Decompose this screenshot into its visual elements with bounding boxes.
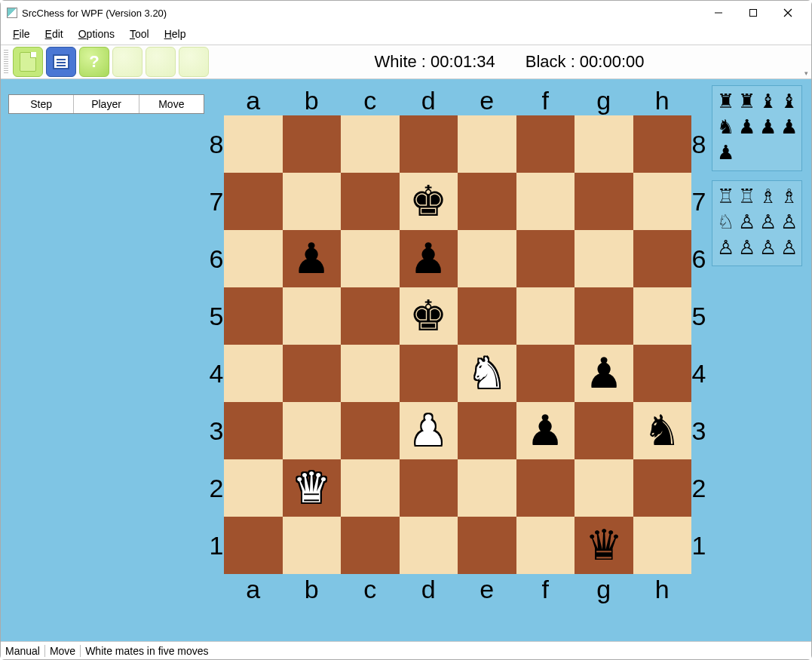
square-d3[interactable]: ♟ <box>400 402 458 459</box>
square-a1[interactable] <box>224 517 283 574</box>
square-f1[interactable] <box>516 517 575 574</box>
piece-wN-e4[interactable]: ♞ <box>468 352 506 394</box>
menu-file[interactable]: File <box>7 26 36 41</box>
square-h1[interactable] <box>633 517 692 574</box>
square-e8[interactable] <box>458 115 516 173</box>
square-b2[interactable]: ♛ <box>283 459 342 517</box>
square-e3[interactable] <box>458 402 516 459</box>
square-g2[interactable] <box>575 459 633 517</box>
square-h4[interactable] <box>633 345 692 402</box>
captured-piece: ♜ <box>715 89 735 113</box>
maximize-button[interactable] <box>736 2 771 24</box>
square-d6[interactable]: ♟ <box>400 230 458 287</box>
square-h7[interactable] <box>633 173 692 230</box>
move-list-col-player[interactable]: Player <box>74 95 139 113</box>
rank-label-8-left: 8 <box>209 115 224 173</box>
piece-bP-d6[interactable]: ♟ <box>409 238 447 280</box>
square-e2[interactable] <box>458 459 516 517</box>
piece-wP-d3[interactable]: ♟ <box>409 410 447 452</box>
square-d4[interactable] <box>400 345 458 402</box>
square-f4[interactable] <box>516 345 575 402</box>
square-a2[interactable] <box>224 459 283 517</box>
menu-options[interactable]: Options <box>72 26 121 41</box>
square-d2[interactable] <box>400 459 458 517</box>
square-c5[interactable] <box>341 287 400 345</box>
square-h3[interactable]: ♞ <box>633 402 692 459</box>
square-d5[interactable]: ♚ <box>400 287 458 345</box>
piece-bP-g4[interactable]: ♟ <box>585 352 623 394</box>
square-e7[interactable] <box>458 173 516 230</box>
toolbar-button-4[interactable] <box>112 47 142 77</box>
square-b3[interactable] <box>283 402 342 459</box>
square-d8[interactable] <box>400 115 458 173</box>
status-section: Move <box>50 645 75 657</box>
piece-bK-d7[interactable]: ♚ <box>409 180 447 223</box>
square-f3[interactable]: ♟ <box>516 402 575 459</box>
square-a6[interactable] <box>224 230 283 287</box>
piece-bP-f3[interactable]: ♟ <box>526 410 564 452</box>
square-g4[interactable]: ♟ <box>575 345 633 402</box>
square-g8[interactable] <box>575 115 633 173</box>
square-b5[interactable] <box>283 287 342 345</box>
piece-bP-b6[interactable]: ♟ <box>293 238 330 280</box>
hint-button[interactable]: ? <box>79 47 109 77</box>
toolbar-button-6[interactable] <box>179 47 209 77</box>
square-c4[interactable] <box>341 345 400 402</box>
move-list-col-move[interactable]: Move <box>139 95 204 113</box>
square-c1[interactable] <box>341 517 400 574</box>
piece-bN-h3[interactable]: ♞ <box>643 410 681 452</box>
square-g3[interactable] <box>575 402 633 459</box>
square-b6[interactable]: ♟ <box>283 230 342 287</box>
open-game-button[interactable] <box>46 47 76 77</box>
square-f6[interactable] <box>516 230 575 287</box>
file-label-c: c <box>341 574 400 604</box>
new-game-button[interactable] <box>13 47 43 77</box>
square-a5[interactable] <box>224 287 283 345</box>
square-g7[interactable] <box>575 173 633 230</box>
square-a3[interactable] <box>224 402 283 459</box>
menu-help[interactable]: Help <box>158 26 192 41</box>
piece-wQ-b2[interactable]: ♛ <box>293 467 330 509</box>
square-c6[interactable] <box>341 230 400 287</box>
minimize-button[interactable] <box>701 2 736 24</box>
square-h2[interactable] <box>633 459 692 517</box>
square-h6[interactable] <box>633 230 692 287</box>
square-h8[interactable] <box>633 115 692 173</box>
square-a7[interactable] <box>224 173 283 230</box>
chess-board[interactable]: abcdefgh 887♚76♟♟65♚54♞♟43♟♟♞32♛21♛1 abc… <box>209 85 706 604</box>
square-c7[interactable] <box>341 173 400 230</box>
square-g1[interactable]: ♛ <box>575 517 633 574</box>
square-b4[interactable] <box>283 345 342 402</box>
piece-bK-d5[interactable]: ♚ <box>409 295 447 337</box>
menu-edit[interactable]: Edit <box>39 26 69 41</box>
square-h5[interactable] <box>633 287 692 345</box>
square-f7[interactable] <box>516 173 575 230</box>
square-d1[interactable] <box>400 517 458 574</box>
square-c2[interactable] <box>341 459 400 517</box>
square-d7[interactable]: ♚ <box>400 173 458 230</box>
toolbar-button-5[interactable] <box>146 47 176 77</box>
square-b1[interactable] <box>283 517 342 574</box>
square-c3[interactable] <box>341 402 400 459</box>
move-list-col-step[interactable]: Step <box>9 95 74 113</box>
square-c8[interactable] <box>341 115 400 173</box>
piece-bQ-g1[interactable]: ♛ <box>585 524 623 566</box>
square-f8[interactable] <box>516 115 575 173</box>
close-button[interactable] <box>771 2 805 24</box>
square-e4[interactable]: ♞ <box>458 345 516 402</box>
square-b7[interactable] <box>283 173 342 230</box>
square-e6[interactable] <box>458 230 516 287</box>
square-f2[interactable] <box>516 459 575 517</box>
square-a4[interactable] <box>224 345 283 402</box>
square-g6[interactable] <box>575 230 633 287</box>
file-label-b: b <box>283 574 342 604</box>
square-e5[interactable] <box>458 287 516 345</box>
square-g5[interactable] <box>575 287 633 345</box>
move-list[interactable]: Step Player Move <box>8 94 204 114</box>
menu-tool[interactable]: Tool <box>124 26 155 41</box>
toolbar-overflow-icon[interactable]: ▾ <box>804 69 808 77</box>
square-f5[interactable] <box>516 287 575 345</box>
square-a8[interactable] <box>224 115 283 173</box>
square-b8[interactable] <box>283 115 342 173</box>
square-e1[interactable] <box>458 517 516 574</box>
